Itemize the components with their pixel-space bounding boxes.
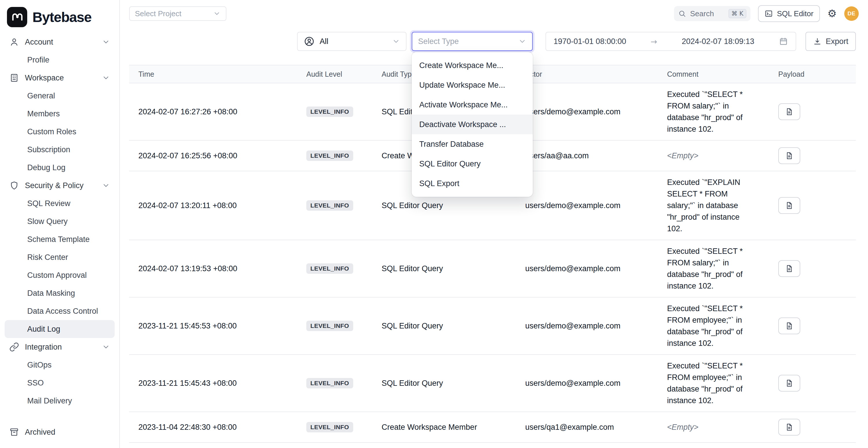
project-select[interactable]: Select Project	[129, 6, 226, 21]
empty-comment: <Empty>	[667, 423, 698, 431]
sidebar: Bytebase AccountProfileWorkspaceGeneralM…	[0, 0, 120, 448]
cell-audit-level: LEVEL_INFO	[297, 378, 372, 388]
sidebar-item-gitops[interactable]: GitOps	[5, 356, 115, 374]
chevron-down-icon	[102, 182, 110, 190]
sidebar-item-data-masking[interactable]: Data Masking	[5, 284, 115, 302]
sidebar-section-account[interactable]: Account	[5, 33, 115, 51]
type-option-sql-editor-query[interactable]: SQL Editor Query	[412, 154, 533, 174]
search-icon	[678, 9, 686, 18]
avatar[interactable]: DE	[844, 6, 859, 21]
chevron-down-icon	[102, 38, 110, 46]
chevron-down-icon	[392, 37, 400, 45]
main-content: Select Project Search ⌘ K SQL	[120, 0, 868, 448]
payload-button[interactable]	[778, 375, 800, 391]
cell-comment: Executed `"SELECT * FROM employee;"` in …	[658, 297, 769, 354]
project-select-label: Select Project	[135, 9, 181, 18]
type-option-deactivate-workspace[interactable]: Deactivate Workspace ...	[412, 115, 533, 134]
cell-audit-level: LEVEL_INFO	[297, 422, 372, 433]
bytebase-logo-icon	[7, 7, 27, 27]
cell-audit-level: LEVEL_INFO	[297, 321, 372, 331]
sidebar-item-audit-log[interactable]: Audit Log	[5, 320, 115, 338]
export-button[interactable]: Export	[805, 32, 856, 51]
payload-button[interactable]	[778, 197, 800, 214]
cell-audit-type: SQL Editor Query	[372, 322, 516, 330]
sidebar-item-sso[interactable]: SSO	[5, 374, 115, 392]
terminal-icon	[764, 9, 773, 18]
chevron-down-icon	[213, 10, 221, 18]
sidebar-item-general[interactable]: General	[5, 87, 115, 105]
sidebar-item-sql-review[interactable]: SQL Review	[5, 194, 115, 213]
scope-select-value: All	[320, 37, 328, 46]
sidebar-nav-bottom: Archived	[5, 423, 115, 441]
sidebar-item-mail-delivery[interactable]: Mail Delivery	[5, 392, 115, 410]
gear-icon[interactable]: ⚙	[828, 8, 837, 19]
cell-time: 2024-02-07 16:25:56 +08:00	[129, 151, 297, 160]
sidebar-section-security-policy[interactable]: Security & Policy	[5, 177, 115, 194]
search-input[interactable]: Search ⌘ K	[674, 6, 750, 21]
level-badge: LEVEL_INFO	[306, 151, 353, 161]
date-from: 1970-01-01 08:00:00	[554, 37, 626, 46]
chevron-down-icon	[102, 74, 110, 82]
download-icon	[813, 37, 822, 46]
payload-button[interactable]	[778, 419, 800, 436]
cell-actor: users/demo@example.com	[516, 322, 658, 330]
cell-audit-level: LEVEL_INFO	[297, 106, 372, 117]
column-header-payload: Payload	[769, 70, 856, 78]
type-select[interactable]: Select Type	[412, 32, 533, 51]
cell-actor: users/aa@aa.com	[516, 151, 658, 160]
sidebar-item-members[interactable]: Members	[5, 105, 115, 123]
cell-comment: Executed `"SELECT * FROM salary;"` in da…	[658, 240, 769, 297]
level-badge: LEVEL_INFO	[306, 321, 353, 331]
cell-comment: Executed `"EXPLAIN SELECT * FROM salary;…	[658, 171, 769, 239]
type-option-sql-export[interactable]: SQL Export	[412, 174, 533, 193]
sidebar-section-workspace[interactable]: Workspace	[5, 69, 115, 87]
sidebar-item-subscription[interactable]: Subscription	[5, 141, 115, 159]
type-option-create-workspace-me[interactable]: Create Workspace Me...	[412, 56, 533, 75]
sidebar-item-slow-query[interactable]: Slow Query	[5, 213, 115, 230]
payload-button[interactable]	[778, 103, 800, 120]
sql-editor-label: SQL Editor	[777, 9, 813, 18]
cell-time: 2024-02-07 13:19:53 +08:00	[129, 264, 297, 273]
cell-audit-level: LEVEL_INFO	[297, 263, 372, 274]
scope-select[interactable]: All	[297, 32, 406, 51]
cell-time: 2023-11-21 15:45:53 +08:00	[129, 322, 297, 330]
sidebar-section-integration[interactable]: Integration	[5, 338, 115, 356]
cell-time: 2024-02-07 16:27:26 +08:00	[129, 107, 297, 116]
sidebar-item-debug-log[interactable]: Debug Log	[5, 159, 115, 177]
brand: Bytebase	[5, 3, 115, 33]
cell-audit-level: LEVEL_INFO	[297, 151, 372, 161]
cell-audit-level: LEVEL_INFO	[297, 200, 372, 211]
payload-button[interactable]	[778, 260, 800, 277]
cell-comment: Executed `"SELECT * FROM department;"` i…	[658, 443, 769, 448]
empty-comment: <Empty>	[667, 151, 698, 160]
level-badge: LEVEL_INFO	[306, 200, 353, 211]
section-label: Workspace	[25, 73, 64, 83]
column-header-audit-level: Audit Level	[297, 70, 372, 78]
type-option-transfer-database[interactable]: Transfer Database	[412, 134, 533, 154]
document-icon	[785, 201, 794, 210]
sidebar-item-custom-approval[interactable]: Custom Approval	[5, 266, 115, 284]
cell-payload	[769, 318, 856, 334]
sidebar-item-data-access-control[interactable]: Data Access Control	[5, 302, 115, 320]
cell-audit-type: SQL Editor Query	[372, 379, 516, 388]
date-range-picker[interactable]: 1970-01-01 08:00:00 → 2024-02-07 18:09:1…	[546, 32, 796, 51]
payload-button[interactable]	[778, 318, 800, 334]
sidebar-item-risk-center[interactable]: Risk Center	[5, 248, 115, 266]
calendar-icon	[779, 37, 788, 46]
type-option-activate-workspace-me[interactable]: Activate Workspace Me...	[412, 95, 533, 115]
sql-editor-button[interactable]: SQL Editor	[758, 5, 820, 22]
cell-payload	[769, 260, 856, 277]
cell-actor: users/demo@example.com	[516, 201, 658, 210]
cell-comment: Executed `"SELECT * FROM employee;"` in …	[658, 355, 769, 412]
sidebar-item-profile[interactable]: Profile	[5, 51, 115, 69]
chevron-down-icon	[518, 37, 526, 45]
sidebar-item-schema-template[interactable]: Schema Template	[5, 230, 115, 248]
cell-audit-type: SQL Editor Query	[372, 264, 516, 273]
level-badge: LEVEL_INFO	[306, 263, 353, 274]
sidebar-item-custom-roles[interactable]: Custom Roles	[5, 123, 115, 141]
type-option-update-workspace-me[interactable]: Update Workspace Me...	[412, 75, 533, 95]
cell-actor: users/qa1@example.com	[516, 423, 658, 432]
payload-button[interactable]	[778, 147, 800, 164]
level-badge: LEVEL_INFO	[306, 422, 353, 433]
sidebar-section-archived[interactable]: Archived	[5, 423, 115, 441]
